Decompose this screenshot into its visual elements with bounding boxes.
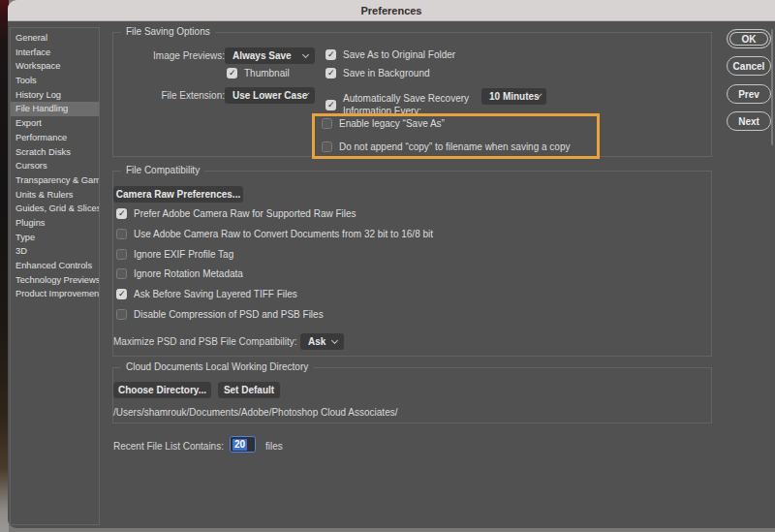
save-in-background-row[interactable]: Save in Background [326,68,430,78]
file-extension-label: File Extension: [112,90,225,101]
image-previews-value: Always Save [232,50,292,61]
dialog-title: Preferences [361,5,422,16]
preferences-category-list: General Interface Workspace Tools Histor… [10,27,100,525]
auto-save-interval-value: 10 Minutes [489,91,540,102]
cancel-button[interactable]: Cancel [727,56,771,76]
prefer-camera-raw-row[interactable]: Prefer Adobe Camera Raw for Supported Ra… [116,208,356,219]
recent-file-list-suffix: files [265,441,283,452]
sidebar-item-general[interactable]: General [11,31,99,46]
ignore-rotation-row[interactable]: Ignore Rotation Metadata [116,268,243,279]
set-default-button[interactable]: Set Default [218,382,280,398]
ignore-rotation-label: Ignore Rotation Metadata [134,268,243,279]
ignore-exif-label: Ignore EXIF Profile Tag [134,249,233,260]
save-as-original-label: Save As to Original Folder [343,49,455,60]
thumbnail-label: Thumbnail [244,68,290,78]
disable-compression-checkbox[interactable] [116,309,127,320]
sidebar-item-3d[interactable]: 3D [11,244,99,259]
save-in-background-label: Save in Background [343,68,430,78]
convert-documents-row[interactable]: Use Adobe Camera Raw to Convert Document… [116,229,433,239]
prefer-camera-raw-checkbox[interactable] [116,208,127,219]
disable-compression-label: Disable Compression of PSD and PSB Files [134,309,324,320]
sidebar-item-product-improvement[interactable]: Product Improvement [11,287,99,301]
maximize-compatibility-label: Maximize PSD and PSB File Compatibility: [113,336,297,347]
ignore-rotation-checkbox[interactable] [116,268,127,279]
sidebar-item-units-rulers[interactable]: Units & Rulers [11,188,99,203]
image-previews-dropdown[interactable]: Always Save [225,47,315,64]
save-as-original-checkbox[interactable] [326,49,336,60]
thumbnail-checkbox[interactable] [227,68,237,78]
save-in-background-checkbox[interactable] [326,68,336,78]
sidebar-item-file-handling[interactable]: File Handling [11,102,99,116]
ask-before-tiff-label: Ask Before Saving Layered TIFF Files [134,289,297,299]
chevron-down-icon [302,50,309,57]
preferences-dialog: Preferences General Interface Workspace … [8,0,775,528]
cloud-directory-path: /Users/shamrouk/Documents/Adobe/Photosho… [113,407,398,418]
sidebar-item-interface[interactable]: Interface [11,46,99,60]
maximize-compatibility-value: Ask [308,336,326,347]
recent-file-count-input[interactable]: 20 [230,436,256,453]
recent-file-count-value: 20 [232,439,247,451]
sidebar-item-tools[interactable]: Tools [11,74,99,88]
file-extension-dropdown[interactable]: Use Lower Case [225,87,315,104]
ignore-exif-checkbox[interactable] [116,249,127,260]
sidebar-item-technology-previews[interactable]: Technology Previews [11,273,99,288]
auto-save-recovery-checkbox[interactable] [326,100,336,110]
sidebar-item-performance[interactable]: Performance [11,131,99,145]
group-title-cloud-documents: Cloud Documents Local Working Directory [121,361,313,372]
do-not-append-copy-label: Do not append “copy” to filename when sa… [339,141,570,152]
thumbnail-checkbox-row[interactable]: Thumbnail [227,68,290,78]
sidebar-item-plugins[interactable]: Plugins [11,216,99,231]
recent-file-list-label: Recent File List Contains: [113,441,224,452]
disable-compression-row[interactable]: Disable Compression of PSD and PSB Files [116,309,324,320]
sidebar-item-enhanced-controls[interactable]: Enhanced Controls [11,259,99,273]
auto-save-interval-dropdown[interactable]: 10 Minutes [481,88,546,105]
enable-legacy-save-as-checkbox[interactable] [322,118,332,129]
sidebar-item-cursors[interactable]: Cursors [11,159,99,173]
image-previews-label: Image Previews: [112,50,225,61]
group-title-file-saving: File Saving Options [121,26,215,37]
enable-legacy-save-as-row[interactable]: Enable legacy “Save As” [322,118,445,129]
sidebar-item-guides-grid-slices[interactable]: Guides, Grid & Slices [11,202,99,216]
prefer-camera-raw-label: Prefer Adobe Camera Raw for Supported Ra… [134,208,356,219]
ask-before-tiff-row[interactable]: Ask Before Saving Layered TIFF Files [116,289,297,299]
scrollbar-thumb[interactable] [771,29,773,145]
sidebar-item-type[interactable]: Type [11,231,99,245]
next-button[interactable]: Next [727,111,771,131]
sidebar-item-export[interactable]: Export [11,116,99,131]
file-extension-value: Use Lower Case [232,90,307,101]
enable-legacy-save-as-label: Enable legacy “Save As” [339,118,445,129]
sidebar-item-history-log[interactable]: History Log [11,88,99,103]
screen: Preferences General Interface Workspace … [0,0,775,532]
sidebar-item-transparency-gamut[interactable]: Transparency & Gamut [11,173,99,188]
chevron-down-icon [331,336,338,343]
do-not-append-copy-row[interactable]: Do not append “copy” to filename when sa… [322,141,570,152]
convert-documents-checkbox[interactable] [116,229,127,239]
ok-button[interactable]: OK [727,29,771,48]
title-bar[interactable]: Preferences [8,0,775,21]
sidebar-item-workspace[interactable]: Workspace [11,59,99,74]
group-title-file-compatibility: File Compatibility [121,165,204,175]
save-as-original-row[interactable]: Save As to Original Folder [326,49,455,60]
ask-before-tiff-checkbox[interactable] [116,289,127,299]
choose-directory-button[interactable]: Choose Directory... [113,382,211,398]
do-not-append-copy-checkbox[interactable] [322,141,332,152]
prev-button[interactable]: Prev [727,84,771,104]
camera-raw-preferences-button[interactable]: Camera Raw Preferences... [113,186,243,203]
ignore-exif-row[interactable]: Ignore EXIF Profile Tag [116,249,233,260]
sidebar-item-scratch-disks[interactable]: Scratch Disks [11,145,99,160]
convert-documents-label: Use Adobe Camera Raw to Convert Document… [134,229,433,239]
maximize-compatibility-dropdown[interactable]: Ask [300,333,344,350]
